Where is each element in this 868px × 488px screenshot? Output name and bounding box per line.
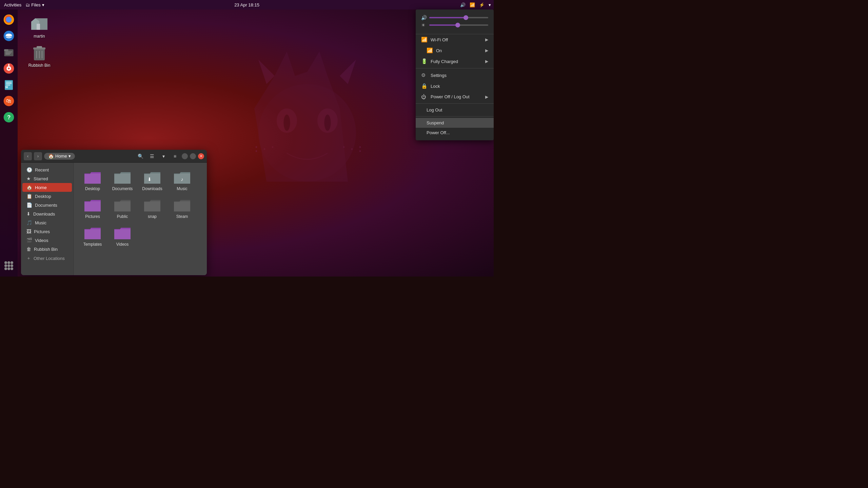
brightness-slider-thumb[interactable]: [455, 23, 460, 27]
documents-label: Documents: [35, 203, 57, 208]
sidebar-item-documents[interactable]: 📄 Documents: [22, 201, 72, 209]
svg-rect-47: [37, 24, 40, 30]
panel-arrow[interactable]: ▾: [489, 2, 491, 7]
menu-button[interactable]: ≡: [170, 151, 180, 161]
folder-snap[interactable]: snap: [139, 196, 166, 221]
svg-text:♪: ♪: [181, 177, 183, 182]
menu-item-battery[interactable]: 🔋 Fully Charged ▶: [416, 56, 494, 67]
dock-thunderbird[interactable]: [2, 29, 16, 43]
settings-icon: ⚙: [421, 72, 427, 78]
videos-icon: 🎬: [26, 238, 32, 243]
svg-point-12: [272, 146, 274, 148]
folder-steam[interactable]: Steam: [169, 196, 196, 221]
folder-music[interactable]: ♪ Music: [169, 168, 196, 193]
other-label: Other Locations: [34, 256, 65, 261]
dock: W 🛍 ?: [0, 9, 18, 277]
dock-help[interactable]: ?: [2, 110, 16, 124]
brightness-slider-fill: [429, 24, 458, 26]
desktop-icon-rubbish[interactable]: Rubbish Bin: [26, 44, 53, 68]
dock-files[interactable]: [2, 45, 16, 59]
menu-item-power[interactable]: ⏻ Power Off / Log Out ▶: [416, 92, 494, 102]
minimize-button[interactable]: [182, 153, 188, 159]
list-view-button[interactable]: ☰: [147, 151, 157, 161]
cat-background: [189, 27, 426, 230]
dock-rhythmbox[interactable]: [2, 62, 16, 75]
dock-software[interactable]: 🛍: [2, 94, 16, 108]
desktop-sidebar-icon: 📋: [26, 194, 32, 199]
home-sidebar-icon: 🏠: [26, 185, 32, 190]
menu-item-poweroff[interactable]: Power Off...: [416, 128, 494, 138]
logout-label: Log Out: [427, 107, 442, 113]
volume-slider-thumb[interactable]: [463, 15, 468, 20]
menu-item-suspend[interactable]: Suspend: [416, 118, 494, 128]
dock-firefox[interactable]: [2, 13, 16, 26]
power-status-icon[interactable]: ⚡: [479, 2, 485, 7]
files-menu[interactable]: 🗂 Files ▾: [25, 2, 44, 7]
panel-clock[interactable]: 23 Apr 18:15: [234, 2, 259, 7]
folder-desktop[interactable]: Desktop: [79, 168, 106, 193]
network-status-icon[interactable]: 📶: [470, 2, 475, 7]
svg-rect-50: [37, 46, 42, 48]
show-apps-button[interactable]: [2, 259, 16, 272]
starred-label: Starred: [34, 176, 48, 181]
menu-item-settings[interactable]: ⚙ Settings: [416, 70, 494, 81]
svg-point-38: [4, 261, 7, 264]
sidebar-item-downloads[interactable]: ⬇ Downloads: [22, 209, 72, 218]
view-options-button[interactable]: ▾: [159, 151, 168, 161]
folder-pictures[interactable]: Pictures: [79, 196, 106, 221]
location-bar[interactable]: 🏠 Home ▾: [44, 153, 75, 160]
folder-templates[interactable]: Templates: [79, 224, 106, 249]
svg-point-1: [258, 84, 356, 182]
file-manager-main: Desktop Documents ⬇: [74, 163, 207, 275]
folder-public-label: Public: [117, 214, 128, 219]
volume-slider-track[interactable]: [429, 17, 488, 18]
folder-pictures-icon: [84, 198, 101, 213]
maximize-button[interactable]: [190, 153, 196, 159]
on-label: On: [436, 48, 442, 53]
desktop-icon-martin[interactable]: martin: [26, 15, 53, 39]
close-button[interactable]: ✕: [198, 153, 204, 159]
menu-item-wifi[interactable]: 📶 Wi-Fi Off ▶: [416, 34, 494, 45]
folder-downloads-icon: ⬇: [143, 170, 161, 185]
lock-icon: 🔒: [421, 83, 427, 89]
volume-icon[interactable]: 🔊: [460, 2, 466, 7]
sidebar-item-starred[interactable]: ★ Starred: [22, 174, 72, 183]
svg-point-39: [7, 261, 10, 264]
folder-videos[interactable]: Videos: [109, 224, 136, 249]
sidebar-item-desktop[interactable]: 📋 Desktop: [22, 192, 72, 201]
svg-point-8: [343, 146, 345, 148]
folder-snap-label: snap: [148, 214, 157, 219]
battery-arrow: ▶: [485, 59, 488, 64]
menu-item-lock[interactable]: 🔒 Lock: [416, 81, 494, 92]
location-home-icon: 🏠: [48, 154, 54, 159]
documents-icon: 📄: [26, 202, 32, 208]
folder-music-icon: ♪: [173, 170, 191, 185]
folder-public[interactable]: Public: [109, 196, 136, 221]
sidebar-item-other[interactable]: ＋ Other Locations: [22, 253, 72, 263]
menu-item-on[interactable]: 📶 On ▶: [416, 45, 494, 56]
menu-item-logout[interactable]: Log Out: [416, 105, 494, 115]
sidebar-item-recent[interactable]: 🕐 Recent: [22, 165, 72, 174]
dock-libreoffice[interactable]: W: [2, 78, 16, 92]
pictures-icon: 🖼: [26, 229, 31, 234]
svg-point-45: [7, 267, 10, 270]
music-label: Music: [35, 220, 46, 225]
search-button[interactable]: 🔍: [136, 151, 145, 161]
brightness-slider-track[interactable]: [429, 24, 488, 26]
file-manager-sidebar: 🕐 Recent ★ Starred 🏠 Home 📋 Desktop 📄 Do…: [21, 163, 74, 275]
rubbish-label: Rubbish Bin: [34, 247, 58, 252]
settings-label: Settings: [431, 73, 447, 78]
folder-snap-icon: [143, 198, 161, 213]
panel-left: Activities 🗂 Files ▾: [3, 2, 44, 7]
sidebar-item-home[interactable]: 🏠 Home: [22, 183, 72, 192]
folder-downloads[interactable]: ⬇ Downloads: [139, 168, 166, 193]
sidebar-item-pictures[interactable]: 🖼 Pictures: [22, 227, 72, 236]
folder-documents[interactable]: Documents: [109, 168, 136, 193]
sidebar-item-videos[interactable]: 🎬 Videos: [22, 236, 72, 245]
sidebar-item-rubbish[interactable]: 🗑 Rubbish Bin: [22, 245, 72, 253]
back-button[interactable]: ‹: [24, 152, 32, 160]
wifi-icon: 📶: [421, 37, 427, 43]
activities-button[interactable]: Activities: [3, 2, 23, 7]
forward-button[interactable]: ›: [34, 152, 42, 160]
sidebar-item-music[interactable]: 🎵 Music: [22, 218, 72, 227]
